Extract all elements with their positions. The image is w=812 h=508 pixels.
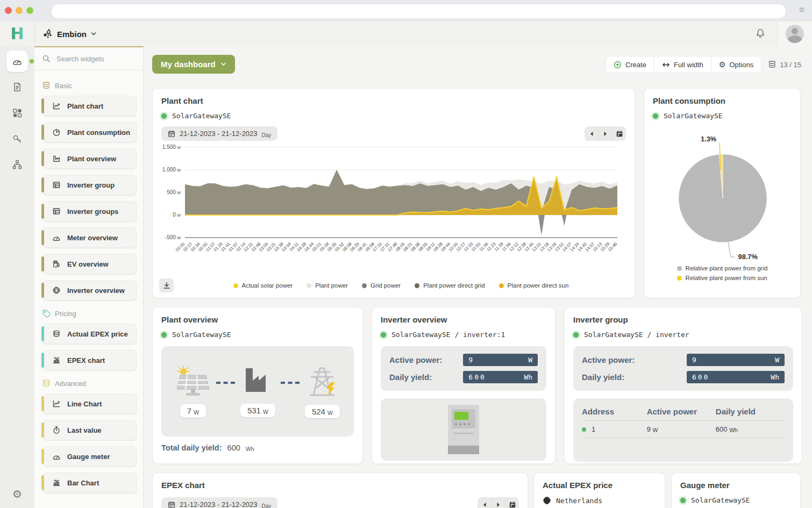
section-label: Pricing	[55, 310, 76, 318]
widget-item-label: Actual EPEX price	[67, 330, 128, 338]
search-input[interactable]	[55, 54, 133, 63]
granularity-label: Day	[262, 503, 272, 508]
nav-rail: ⚙	[0, 46, 35, 508]
widget-search[interactable]	[34, 47, 143, 70]
factory-icon	[241, 366, 274, 397]
stopwatch-icon	[52, 426, 61, 434]
jump-to-date-button[interactable]	[612, 126, 626, 141]
notifications-button[interactable]	[755, 28, 766, 41]
main-area: My dashboard Create Full width	[144, 46, 812, 508]
nav-dashboards[interactable]	[6, 51, 28, 72]
widget-epex-chart: EPEX chart 21-12-2023 - 21-12-2023 Day	[152, 473, 528, 508]
date-range-chip[interactable]: 21-12-2023 - 21-12-2023 Day	[161, 126, 277, 141]
next-period-button[interactable]	[492, 497, 505, 508]
nav-hierarchy[interactable]	[6, 154, 28, 175]
widget-title: Plant overview	[161, 315, 354, 324]
widget-item-last-value[interactable]: Last value	[43, 420, 137, 440]
factory-icon	[52, 154, 61, 163]
widget-item-line-chart[interactable]: Line Chart	[43, 393, 137, 414]
window-maximize-button[interactable]	[26, 7, 33, 14]
total-daily-yield-value: 600	[227, 443, 240, 452]
item-accent-bar	[41, 177, 44, 192]
options-label: Options	[729, 61, 753, 69]
plant-chart-plot: 1.500 W1.000 W500 W0 W-500 W00:0000:1700…	[161, 143, 627, 259]
org-switcher[interactable]: Embion	[42, 22, 96, 46]
grid-power-chip: 524 W	[305, 405, 340, 418]
nav-invoices[interactable]	[6, 76, 28, 98]
daily-yield-label: Daily yield:	[389, 373, 432, 382]
widget-item-plant-consumption[interactable]: Plant consumption	[43, 122, 137, 142]
item-accent-bar	[41, 151, 44, 166]
widget-item-label: Inverter groups	[67, 208, 118, 216]
nav-settings[interactable]: ⚙	[0, 488, 34, 500]
widget-count-badge: 13 / 15	[768, 60, 801, 69]
legend-item-plant-power-direct-sun[interactable]: Plant power direct sun	[499, 282, 569, 289]
total-daily-yield-unit: Wh	[246, 446, 254, 452]
active-power-label: Active power:	[582, 355, 635, 364]
date-range-chip[interactable]: 21-12-2023 - 21-12-2023 Day	[161, 497, 277, 508]
widget-item-inverter-overview[interactable]: Inverter overview	[43, 280, 137, 300]
widget-item-inverter-group[interactable]: Inverter group	[43, 175, 137, 195]
browser-menu-icon[interactable]: ≡	[799, 5, 804, 16]
consumption-pie-chart: 1.3%98.7%	[653, 121, 793, 263]
grid-power-value: 524	[312, 407, 325, 416]
widget-item-label: Line Chart	[67, 400, 102, 408]
widget-item-actual-epex-price[interactable]: Actual EPEX price	[43, 324, 137, 344]
window-minimize-button[interactable]	[16, 7, 23, 14]
svg-text:1.500 W: 1.500 W	[162, 144, 181, 150]
table-icon	[52, 181, 61, 189]
app-logo[interactable]: H	[0, 22, 35, 46]
prev-period-button[interactable]	[478, 497, 492, 508]
search-icon	[42, 54, 51, 63]
row-daily-yield-unit: Wh	[729, 427, 738, 433]
legend-item-relative-plant-power-from-sun[interactable]: Relative plant power from sun	[677, 275, 768, 281]
next-period-button[interactable]	[599, 126, 612, 141]
legend-item-plant-power[interactable]: Plant power	[307, 282, 348, 289]
jump-to-date-button[interactable]	[505, 497, 519, 508]
widget-plant-overview: Plant overview SolarGatewaySE	[152, 307, 363, 464]
dashboard-selector-button[interactable]: My dashboard	[152, 55, 235, 74]
org-name: Embion	[57, 30, 87, 39]
calendar-day-icon	[616, 130, 623, 138]
legend-item-actual-solar-power[interactable]: Actual solar power	[233, 282, 293, 289]
widget-item-gauge-meter[interactable]: Gauge meter	[43, 446, 137, 467]
table-row[interactable]: 1 9 W 600 Wh	[582, 421, 785, 438]
options-button[interactable]: ⚙ Options	[711, 56, 761, 73]
plant-power-unit: W	[263, 409, 268, 415]
download-button[interactable]	[159, 278, 174, 292]
legend-item-plant-power-direct-grid[interactable]: Plant power direct grid	[415, 282, 485, 289]
widget-item-label: Plant overview	[67, 155, 116, 163]
full-width-button[interactable]: Full width	[654, 56, 711, 73]
widget-item-ev-overview[interactable]: EV overview	[43, 254, 137, 274]
inverter-table: Address Active power Daily yield 1 9 W 6…	[582, 404, 785, 438]
widget-item-plant-chart[interactable]: Plant chart	[43, 96, 137, 116]
widget-item-epex-chart[interactable]: EPEX chart	[43, 350, 137, 370]
sensor-name: SolarGatewaySE / inverter	[584, 331, 689, 339]
active-power-value-box: 9 W	[687, 354, 785, 366]
nav-widgets[interactable]	[6, 102, 28, 124]
widget-item-meter-overview[interactable]: Meter overview	[43, 227, 137, 248]
sensor-name: SolarGatewaySE	[172, 112, 231, 120]
widget-item-plant-overview[interactable]: Plant overview	[43, 148, 137, 169]
create-button[interactable]: Create	[606, 56, 654, 73]
legend-item-relative-plant-power-from-grid[interactable]: Relative plant power from grid	[677, 265, 768, 271]
pie-label-grid: 98.7%	[738, 253, 758, 261]
item-accent-bar	[41, 204, 44, 219]
daily-yield-value: 600	[692, 373, 709, 381]
table-icon	[52, 207, 61, 216]
user-menu[interactable]	[777, 22, 812, 46]
widget-inverter-overview: Inverter overview SolarGatewaySE / inver…	[372, 307, 555, 464]
widget-item-bar-chart[interactable]: Bar Chart	[43, 473, 137, 493]
nav-access-keys[interactable]	[6, 128, 28, 149]
inverter-stats-panel: Active power: 9 W Daily yield: 600 Wh	[381, 346, 546, 391]
prev-period-button[interactable]	[585, 126, 599, 141]
calendar-icon	[168, 130, 175, 138]
status-dot	[573, 332, 579, 338]
full-width-label: Full width	[674, 61, 703, 69]
svg-text:H: H	[10, 25, 24, 43]
legend-item-grid-power[interactable]: Grid power	[362, 282, 401, 289]
widget-item-inverter-groups[interactable]: Inverter groups	[43, 201, 137, 221]
flow-dash-line	[216, 382, 235, 384]
window-close-button[interactable]	[5, 7, 12, 14]
url-bar[interactable]	[51, 4, 786, 19]
